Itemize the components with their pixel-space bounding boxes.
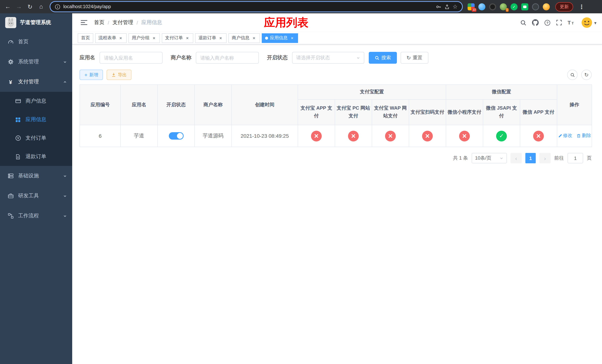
- browser-home-icon[interactable]: [36, 2, 46, 11]
- workflow-icon: [7, 213, 14, 219]
- app-logo[interactable]: 芋道管理系统: [0, 13, 72, 32]
- address-bar[interactable]: localhost:1024/pay/app: [50, 2, 462, 11]
- github-icon[interactable]: [532, 19, 539, 26]
- export-button[interactable]: 导出: [107, 70, 131, 80]
- refresh-table-button[interactable]: [581, 70, 592, 80]
- tab-refund-orders[interactable]: 退款订单: [195, 33, 226, 43]
- browser-menu-icon[interactable]: [577, 2, 586, 11]
- col-header-merchant: 商户名称: [194, 85, 232, 125]
- goto-page-input[interactable]: [568, 153, 583, 163]
- tab-process-form[interactable]: 流程表单: [95, 33, 127, 43]
- browser-forward-icon[interactable]: [14, 2, 24, 11]
- sidebar-item-pay-orders[interactable]: 支付订单: [0, 129, 72, 147]
- tab-app-info[interactable]: 应用信息: [262, 33, 298, 43]
- sidebar-item-system[interactable]: 系统管理: [0, 52, 72, 72]
- cell-operations: 修改 删除: [557, 125, 592, 147]
- sidebar-item-home[interactable]: 首页: [0, 32, 72, 52]
- col-header-ops: 操作: [557, 85, 592, 125]
- status-select[interactable]: 请选择开启状态: [292, 52, 364, 64]
- search-icon[interactable]: [520, 20, 527, 26]
- tab-close-icon[interactable]: [251, 35, 257, 41]
- tab-label: 商户信息: [232, 35, 249, 41]
- sidebar-item-app-info[interactable]: 应用信息: [0, 110, 72, 129]
- payment-submenu: 商户信息 应用信息 支付订单: [0, 92, 72, 166]
- search-button[interactable]: 搜索: [369, 52, 397, 64]
- browser-reload-icon[interactable]: [25, 2, 35, 11]
- sidebar-item-label: 退款订单: [26, 153, 46, 160]
- tab-pay-orders[interactable]: 支付订单: [162, 33, 193, 43]
- status-select-placeholder: 请选择开启状态: [296, 54, 330, 61]
- tab-home[interactable]: 首页: [78, 33, 93, 43]
- help-icon[interactable]: ?: [544, 20, 550, 26]
- col-header-alipay-pc: 支付宝 PC 网站支付: [335, 99, 372, 125]
- tab-close-icon[interactable]: [185, 35, 190, 41]
- trash-icon: [577, 134, 581, 138]
- sidebar-item-workflow[interactable]: 工作流程: [0, 206, 72, 226]
- wechat-app-status-icon: [533, 130, 544, 141]
- toolbar-right: [567, 70, 592, 80]
- active-dot: [265, 36, 268, 39]
- user-avatar[interactable]: [581, 17, 596, 28]
- prev-page-button[interactable]: [511, 153, 522, 163]
- extension-icon-4[interactable]: 1: [500, 3, 507, 10]
- edit-link[interactable]: 修改: [558, 133, 572, 139]
- sidebar-item-payment[interactable]: 支付管理: [0, 72, 72, 92]
- hamburger-icon[interactable]: [78, 20, 90, 26]
- extension-icon-5[interactable]: [511, 3, 517, 10]
- breadcrumb-section[interactable]: 支付管理: [113, 19, 133, 26]
- tab-merchant-info[interactable]: 商户信息: [228, 33, 260, 43]
- font-size-icon[interactable]: TT: [568, 20, 574, 26]
- sidebar-item-refund-orders[interactable]: 退款订单: [0, 147, 72, 166]
- extension-icon-6[interactable]: [521, 3, 528, 10]
- app-title: 芋道管理系统: [20, 19, 51, 26]
- extension-icon-8[interactable]: [543, 3, 550, 10]
- merchant-name-input[interactable]: [196, 52, 259, 64]
- goto-unit: 页: [587, 155, 592, 161]
- toggle-search-button[interactable]: [567, 70, 578, 80]
- search-form: 应用名 商户名称 开启状态 请选择开启状态 搜索 重置: [80, 52, 595, 64]
- tab-label: 退款订单: [198, 35, 216, 41]
- sidebar-item-label: 基础设施: [18, 172, 39, 179]
- next-page-button[interactable]: [539, 153, 550, 163]
- delete-link[interactable]: 删除: [577, 133, 591, 139]
- sidebar-item-infrastructure[interactable]: 基础设施: [0, 166, 72, 186]
- app-name-input[interactable]: [100, 52, 162, 64]
- reset-button-label: 重置: [413, 54, 422, 61]
- extension-icon-7[interactable]: [532, 3, 539, 10]
- reset-button[interactable]: 重置: [401, 52, 428, 64]
- fullscreen-icon[interactable]: [556, 20, 562, 26]
- chevron-down-icon: [63, 174, 67, 178]
- extension-icon-2[interactable]: [478, 3, 485, 10]
- page-1-button[interactable]: 1: [525, 153, 536, 163]
- page-size-select[interactable]: 10条/页: [472, 153, 507, 163]
- edit-link-label: 修改: [563, 133, 572, 139]
- breadcrumb-home[interactable]: 首页: [94, 19, 104, 26]
- extension-icon-1[interactable]: 10: [468, 3, 475, 10]
- download-icon: [111, 73, 116, 77]
- tab-close-icon[interactable]: [151, 35, 157, 41]
- page-content: 应用名 商户名称 开启状态 请选择开启状态 搜索 重置: [72, 44, 602, 163]
- site-info-icon[interactable]: [55, 4, 60, 10]
- add-button[interactable]: 新增: [80, 70, 103, 80]
- sidebar-item-dev-tools[interactable]: 研发工具: [0, 186, 72, 206]
- col-header-wx-jsapi: 微信 JSAPI 支付: [483, 99, 520, 125]
- tab-close-icon[interactable]: [290, 35, 295, 41]
- col-header-id: 应用编号: [80, 85, 120, 125]
- reset-icon: [407, 55, 411, 61]
- cell-status: [158, 125, 194, 147]
- breadcrumb-separator: [137, 20, 138, 26]
- tab-user-group[interactable]: 用户分组: [129, 33, 160, 43]
- share-icon[interactable]: [444, 4, 450, 10]
- browser-back-icon[interactable]: [3, 2, 13, 11]
- browser-update-button[interactable]: 更新: [555, 2, 573, 11]
- tab-close-icon[interactable]: [218, 35, 223, 41]
- bookmark-star-icon[interactable]: [453, 3, 458, 10]
- status-toggle[interactable]: [169, 132, 183, 139]
- password-key-icon[interactable]: [436, 4, 441, 10]
- server-icon: [7, 173, 14, 179]
- svg-text:?: ?: [546, 21, 548, 25]
- tab-close-icon[interactable]: [118, 35, 123, 41]
- pagination: 共 1 条 10条/页 1 前往 页: [80, 153, 592, 163]
- sidebar-item-merchant-info[interactable]: 商户信息: [0, 92, 72, 110]
- extension-icon-3[interactable]: [489, 3, 496, 10]
